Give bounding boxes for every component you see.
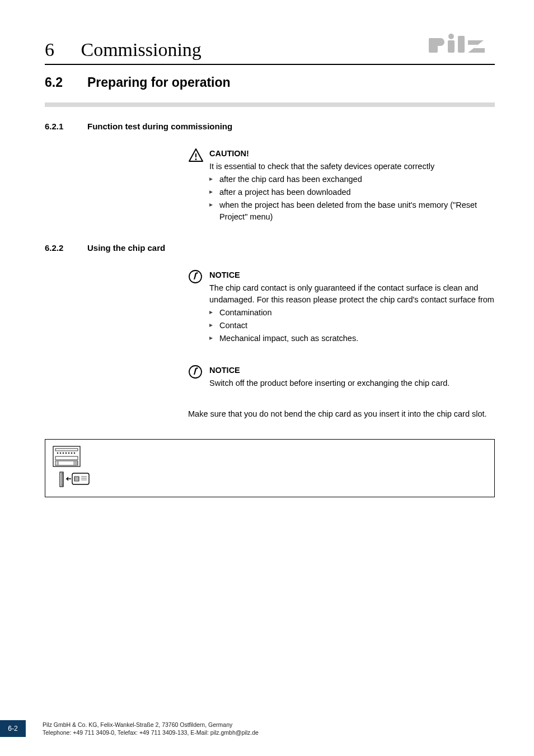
page-number: 6-2 xyxy=(0,720,26,737)
list-item: Contact xyxy=(209,320,495,332)
notice-body: Switch off the product before inserting … xyxy=(209,377,449,389)
caution-block: CAUTION! It is essential to check that t… xyxy=(188,148,495,224)
caution-list: after the chip card has been exchanged a… xyxy=(209,174,495,223)
pilz-logo-icon xyxy=(429,34,495,59)
section-title: Preparing for operation xyxy=(87,75,231,90)
section-heading: 6.2 Preparing for operation xyxy=(45,75,495,90)
subsection-heading: 6.2.2 Using the chip card xyxy=(45,243,495,253)
list-item: when the project has been deleted from t… xyxy=(209,199,495,223)
page-header: 6 Commissioning xyxy=(45,34,495,65)
list-item: after the chip card has been exchanged xyxy=(209,174,495,185)
svg-rect-1 xyxy=(429,38,444,46)
svg-point-18 xyxy=(68,452,69,454)
footer-line-1: Pilz GmbH & Co. KG, Felix-Wankel-Straße … xyxy=(43,721,259,729)
caution-text: CAUTION! It is essential to check that t… xyxy=(209,148,495,224)
notice-icon xyxy=(188,269,209,346)
section-number: 6.2 xyxy=(45,75,87,90)
svg-rect-4 xyxy=(458,36,465,53)
subsection-number: 6.2.1 xyxy=(45,122,87,131)
svg-point-16 xyxy=(63,452,64,454)
caution-label: CAUTION! xyxy=(209,148,495,160)
svg-rect-30 xyxy=(62,473,63,486)
notice-block: NOTICE The chip card contact is only gua… xyxy=(188,269,495,346)
subsection-title: Using the chip card xyxy=(87,243,165,253)
chapter-title: Commissioning xyxy=(81,39,202,60)
list-item: Contamination xyxy=(209,307,495,319)
notice-block: NOTICE Switch off the product before ins… xyxy=(188,365,495,389)
svg-point-14 xyxy=(57,452,58,454)
svg-point-7 xyxy=(195,158,197,160)
notice-label: NOTICE xyxy=(209,365,449,376)
footer-line-2: Telephone: +49 711 3409-0, Telefax: +49 … xyxy=(43,729,259,736)
page-footer: 6-2 Pilz GmbH & Co. KG, Felix-Wankel-Str… xyxy=(0,720,534,737)
divider-bar xyxy=(45,102,495,107)
chapter-heading: 6 Commissioning xyxy=(45,39,202,60)
chip-card-paragraph: Make sure that you do not bend the chip … xyxy=(188,408,495,420)
chip-card-figure xyxy=(45,439,495,497)
notice-text: NOTICE The chip card contact is only gua… xyxy=(209,269,495,346)
chapter-number: 6 xyxy=(45,39,76,60)
svg-point-17 xyxy=(65,452,67,454)
list-item: after a project has been downloaded xyxy=(209,186,495,198)
subsection-number: 6.2.2 xyxy=(45,243,87,253)
svg-point-20 xyxy=(74,452,75,454)
svg-rect-2 xyxy=(448,40,455,53)
page: 6 Commissioning 6.2 Preparing for operat… xyxy=(0,0,534,756)
subsection-title: Function test during commissioning xyxy=(87,122,232,131)
svg-point-9 xyxy=(196,272,198,274)
caution-intro: It is essential to check that the safety… xyxy=(209,161,495,172)
caution-icon xyxy=(188,148,209,224)
svg-point-19 xyxy=(71,452,72,454)
footer-text: Pilz GmbH & Co. KG, Felix-Wankel-Straße … xyxy=(43,721,259,736)
paragraph-block: Make sure that you do not bend the chip … xyxy=(188,408,495,420)
notice-label: NOTICE xyxy=(209,269,495,281)
svg-point-15 xyxy=(60,452,61,454)
svg-rect-21 xyxy=(55,456,78,460)
svg-rect-13 xyxy=(55,449,78,451)
notice-text: NOTICE Switch off the product before ins… xyxy=(209,365,449,389)
list-item: Mechanical impact, such as scratches. xyxy=(209,333,495,344)
notice-icon xyxy=(188,365,209,389)
notice-body: The chip card contact is only guaranteed… xyxy=(209,282,495,306)
notice-list: Contamination Contact Mechanical impact,… xyxy=(209,307,495,344)
chip-card-insert-icon xyxy=(52,445,100,489)
subsection-heading: 6.2.1 Function test during commissioning xyxy=(45,122,495,131)
svg-point-3 xyxy=(448,34,454,39)
svg-point-11 xyxy=(196,367,198,369)
